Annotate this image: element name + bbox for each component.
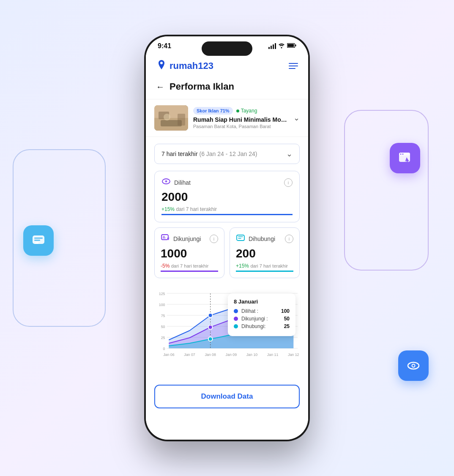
signal-bars-icon [268, 43, 276, 49]
logo-text: rumah123 [170, 60, 213, 71]
svg-point-13 [160, 62, 163, 64]
svg-text:0: 0 [163, 347, 165, 351]
listing-card[interactable]: Skor Iklan 71% Tayang Rumah Siap Huni Mi… [146, 99, 308, 137]
views-stat-header: Dilihat i [161, 178, 293, 187]
phone-screen: 9:41 [146, 36, 308, 440]
status-dot [236, 109, 239, 112]
logo-pin-icon [156, 59, 167, 73]
visits-info-icon[interactable]: i [210, 235, 218, 243]
visits-stat-header: Dikunjungi i [161, 234, 218, 243]
chart-tooltip: 8 Januari Dilihat : 100 Dikunjungi : 50 [228, 293, 295, 336]
svg-text:Jan 12: Jan 12 [288, 353, 299, 357]
score-badge: Skor Iklan 71% [193, 107, 233, 115]
views-label-row: Dilihat [161, 178, 191, 187]
svg-rect-12 [295, 44, 296, 46]
contacts-bottom-border: 200 +15% dari 7 hari terakhir [236, 247, 293, 272]
date-filter-text: 7 hari terakhir (6 Jan 24 - 12 Jan 24) [161, 150, 257, 157]
listing-location: Pasaman Barat Kota, Pasaman Barat [193, 124, 288, 129]
app-content[interactable]: rumah123 ← Performa Iklan [146, 52, 308, 440]
download-button[interactable]: Download Data [154, 385, 300, 408]
svg-point-6 [402, 153, 404, 155]
logo-area: rumah123 [156, 59, 213, 73]
listing-badges: Skor Iklan 71% Tayang [193, 107, 288, 115]
svg-text:Jan 09: Jan 09 [226, 353, 237, 357]
menu-line-2 [289, 66, 298, 66]
tooltip-dilihat-row: Dilihat : 100 [234, 308, 290, 314]
svg-rect-1 [34, 238, 43, 239]
svg-text:25: 25 [161, 336, 165, 340]
tooltip-date: 8 Januari [234, 298, 290, 305]
visits-bottom-border: 1000 -5% dari 7 hari terakhir [161, 247, 218, 272]
date-range-text: (6 Jan 24 - 12 Jan 24) [199, 150, 257, 157]
listing-title: Rumah Siap Huni Minimalis Modern N... [193, 116, 288, 123]
svg-text:100: 100 [159, 303, 165, 307]
svg-rect-23 [161, 235, 168, 240]
date-filter[interactable]: 7 hari terakhir (6 Jan 24 - 12 Jan 24) ⌄ [154, 144, 300, 164]
svg-point-9 [413, 364, 415, 367]
wifi-icon [278, 43, 285, 50]
chart-container: 125 100 75 50 25 0 [154, 285, 300, 378]
listing-thumbnail [154, 105, 188, 131]
back-arrow-icon[interactable]: ← [156, 82, 164, 92]
floating-eye-icon [398, 350, 429, 381]
visits-label-row: Dikunjungi [161, 234, 201, 243]
contacts-stat-card: Dihubungi i 200 +15% dari 7 hari terakhi… [230, 227, 300, 278]
visits-label: Dikunjungi [173, 235, 201, 242]
views-info-icon[interactable]: i [284, 178, 293, 187]
svg-rect-11 [287, 44, 294, 47]
tooltip-dihubungi-row: Dihubungi: 25 [234, 323, 290, 329]
svg-point-41 [208, 325, 213, 329]
svg-rect-26 [237, 235, 244, 241]
visits-icon [161, 234, 170, 243]
views-bottom-border: 2000 +15% dari 7 hari terakhir [161, 190, 293, 215]
svg-text:Jan 11: Jan 11 [267, 353, 279, 357]
page-title: Performa Iklan [170, 81, 234, 92]
views-change: +15% dari 7 hari terakhir [161, 206, 293, 212]
page-title-row: ← Performa Iklan [146, 78, 308, 99]
svg-point-22 [165, 181, 167, 182]
phone-frame: 9:41 [145, 35, 309, 441]
svg-text:125: 125 [159, 292, 165, 296]
visits-stat-card: Dikunjungi i 1000 -5% dari 7 hari terakh… [154, 227, 224, 278]
menu-icon[interactable] [289, 63, 298, 69]
tooltip-dilihat-dot [234, 309, 238, 313]
svg-point-40 [208, 313, 213, 317]
svg-rect-24 [163, 236, 165, 238]
menu-line-3 [289, 68, 295, 69]
contacts-value: 200 [236, 247, 293, 260]
contacts-info-icon[interactable]: i [285, 235, 293, 243]
views-value: 2000 [161, 190, 293, 204]
battery-icon [287, 43, 296, 49]
svg-point-19 [164, 114, 170, 120]
views-stat-card: Dilihat i 2000 +15% dari 7 hari terakhir [154, 171, 300, 222]
svg-text:75: 75 [161, 314, 165, 318]
svg-text:Jan 06: Jan 06 [163, 353, 175, 357]
dynamic-island [202, 41, 252, 56]
app-header: rumah123 [146, 52, 308, 78]
svg-point-42 [208, 337, 213, 341]
status-badge: Tayang [236, 108, 257, 114]
visits-value: 1000 [161, 247, 218, 260]
contacts-label-row: Dihubungi [236, 234, 275, 243]
tooltip-dikunjungi-row: Dikunjungi : 50 [234, 316, 290, 322]
listing-info: Skor Iklan 71% Tayang Rumah Siap Huni Mi… [193, 107, 288, 129]
contacts-icon [236, 234, 245, 243]
visits-change: -5% dari 7 hari terakhir [161, 263, 218, 269]
chart-section: 125 100 75 50 25 0 [146, 278, 308, 378]
svg-text:Jan 07: Jan 07 [184, 353, 195, 357]
listing-chevron-icon[interactable]: ⌄ [293, 113, 300, 123]
date-filter-chevron-icon: ⌄ [286, 149, 293, 159]
tooltip-dihubungi-dot [234, 324, 238, 328]
svg-text:Jan 08: Jan 08 [205, 353, 216, 357]
bg-shape-right [344, 110, 429, 271]
svg-text:50: 50 [161, 325, 165, 329]
status-time: 9:41 [158, 42, 171, 50]
page-wrapper: 9:41 [0, 0, 454, 476]
svg-rect-18 [178, 114, 185, 126]
views-label: Dilihat [174, 179, 191, 186]
floating-browser-icon [390, 143, 420, 173]
contacts-label: Dihubungi [249, 235, 275, 242]
tooltip-dikunjungi-dot [234, 317, 238, 321]
floating-chat-icon [23, 225, 54, 256]
svg-point-5 [400, 153, 402, 155]
